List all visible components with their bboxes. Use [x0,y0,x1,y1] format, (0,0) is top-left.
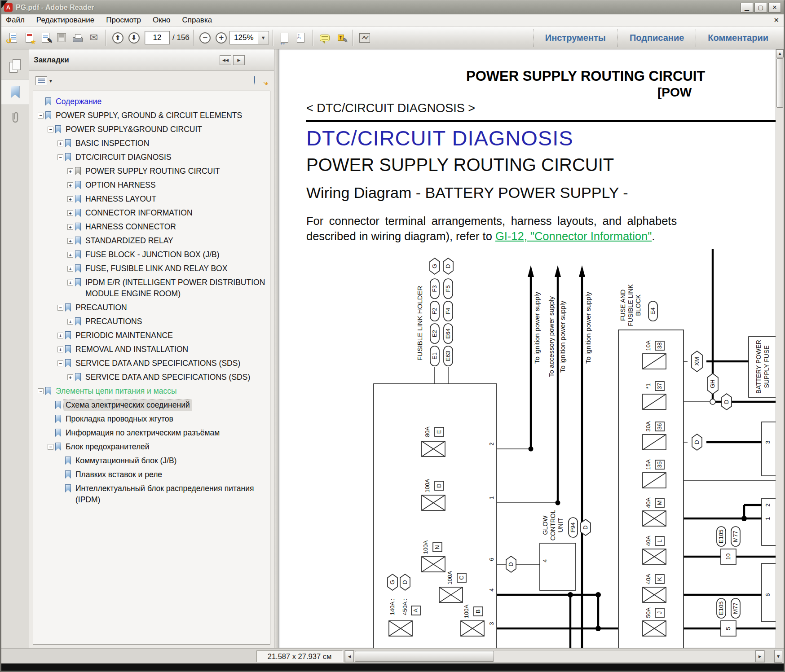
bookmark-expander[interactable]: + [57,347,63,352]
bookmark-item[interactable]: +FUSE, FUSIBLE LINK AND RELAY BOX [37,262,268,276]
bookmark-item[interactable]: −DTC/CIRCUIT DIAGNOSIS [37,150,268,164]
bookmark-label: SERVICE DATA AND SPECIFICATIONS (SDS) [84,372,252,383]
bookmark-expander[interactable]: + [67,280,73,285]
menu-view[interactable]: Просмотр [106,16,141,25]
next-page-button[interactable]: ⬇ [126,29,142,46]
close-button[interactable]: ✕ [768,3,781,13]
bookmark-item[interactable]: +PERIODIC MAINTENANCE [37,329,268,343]
expand-panel-button[interactable]: ▶ [233,55,245,65]
bookmark-expander[interactable]: + [57,333,63,338]
print-button[interactable] [70,29,86,46]
bookmark-expander[interactable]: − [57,154,63,160]
zoom-out-button[interactable]: − [197,29,213,46]
bookmark-item[interactable]: +IPDM E/R (INTELLIGENT POWER DISTRIBUTIO… [37,276,268,301]
create-pdf-button[interactable]: ★ [21,29,37,46]
tools-panel-button[interactable]: Инструменты [534,26,617,49]
bookmark-expander[interactable]: − [38,388,44,394]
bookmark-expander[interactable]: + [67,252,73,258]
zoom-dropdown-button[interactable]: ▼ [258,31,269,44]
bookmark-item[interactable]: +REMOVAL AND INSTALLATION [37,343,268,356]
bookmark-item[interactable]: −Блок предохранителей [37,440,268,454]
highlight-text-button[interactable]: T✎ [333,29,349,46]
zoom-level-input[interactable]: 125% [229,31,258,44]
scroll-right-button[interactable]: ▶ [755,650,764,662]
bookmark-expander[interactable]: + [67,210,73,216]
menu-help[interactable]: Справка [182,16,212,25]
collapse-panel-button[interactable]: ◀◀ [220,55,231,65]
bookmark-item[interactable]: −SERVICE DATA AND SPECIFICATIONS (SDS) [37,356,268,370]
menu-window[interactable]: Окно [153,16,171,25]
svg-text:D: D [723,400,730,404]
bookmark-expander[interactable]: + [67,266,73,272]
bookmark-expander[interactable]: − [38,113,44,119]
bookmark-options-button[interactable]: ▼ [35,76,53,85]
bookmark-item[interactable]: Прокладка проводных жгутов [37,412,268,426]
bookmark-expander[interactable]: − [57,360,63,366]
zoom-in-button[interactable]: + [213,29,229,46]
maximize-button[interactable]: ▢ [754,3,767,13]
bookmark-label: BASIC INSPECTION [74,138,151,149]
bookmark-expander[interactable]: + [67,182,73,188]
bookmark-expander[interactable]: + [67,196,73,202]
bookmark-expander[interactable]: + [57,141,63,146]
email-button[interactable]: ✉ [86,29,102,46]
page-thumbnails-tab[interactable] [1,53,29,79]
fullscreen-button[interactable]: ↗↙ [357,29,373,46]
bookmark-item[interactable]: +HARNESS LAYOUT [37,192,268,206]
bookmark-expander[interactable]: + [67,224,73,230]
bookmark-item[interactable]: +STANDARDIZED RELAY [37,234,268,248]
sign-panel-button[interactable]: Подписание [618,26,696,49]
scroll-up-button[interactable]: ▲ [776,49,784,57]
horizontal-scrollbar[interactable]: ◀ ▶ [344,650,765,663]
scroll-down-button[interactable]: ▼ [774,650,782,663]
bookmark-item[interactable]: +HARNESS CONNECTOR [37,220,268,234]
vertical-scroll-thumb[interactable] [776,58,783,108]
horizontal-scroll-thumb[interactable] [355,651,494,662]
menubar-close-icon[interactable]: ✕ [773,16,779,24]
go-to-bookmark-button[interactable]: ➜ [254,77,268,85]
scroll-left-button[interactable]: ◀ [345,650,354,662]
bookmark-item[interactable]: +OPTION HARNESS [37,178,268,192]
bookmark-expander[interactable]: − [57,305,63,311]
bookmark-item[interactable]: Схема электрических соединений [37,398,268,412]
open-document-button[interactable]: ↺ [5,29,21,46]
bookmark-item[interactable]: −PRECAUTION [37,301,268,315]
minimize-button[interactable]: ▁ [741,3,753,13]
bookmark-expander[interactable]: + [67,238,73,244]
bookmark-expander[interactable]: + [67,374,73,380]
panel-splitter[interactable] [274,49,278,648]
add-comment-button[interactable] [317,29,333,46]
bookmark-item[interactable]: +PRECAUTIONS [37,315,268,329]
sign-document-button[interactable]: ✎ [37,29,53,46]
attachments-tab[interactable] [1,105,29,131]
bookmark-item[interactable]: Плавких вставок и реле [37,468,268,482]
vertical-scrollbar[interactable]: ▲ [776,49,784,648]
connector-information-link[interactable]: GI-12, "Connector Information" [495,230,652,242]
bookmark-item[interactable]: Содержание [37,95,268,109]
bookmark-item[interactable]: −POWER SUPPLY, GROUND & CIRCUIT ELEMENTS [37,109,268,123]
bookmark-expander[interactable]: − [48,444,53,450]
save-button[interactable] [53,29,70,46]
bookmark-item[interactable]: +SERVICE DATA AND SPECIFICATIONS (SDS) [37,370,268,384]
svg-text:E105: E105 [718,602,724,615]
bookmark-item[interactable]: +BASIC INSPECTION [37,136,268,150]
bookmark-item[interactable]: −Элементы цепи питания и массы [37,384,268,398]
menu-edit[interactable]: Редактирование [36,16,95,25]
bookmark-item[interactable]: −POWER SUPPLY&GROUND CIRCUIT [37,123,268,136]
bookmark-expander[interactable]: + [67,319,73,325]
menu-file[interactable]: Файл [6,16,25,25]
previous-page-button[interactable]: ⬆ [110,29,126,46]
bookmark-item[interactable]: +POWER SUPPLY ROUTING CIRCUIT [37,164,268,178]
fit-width-button[interactable]: ↔ [277,29,293,46]
bookmark-item[interactable]: Интеллектуальный блок распределения пита… [37,482,268,507]
bookmark-item[interactable]: Информация по электрическим разъёмам [37,426,268,440]
bookmark-item[interactable]: +FUSE BLOCK - JUNCTION BOX (J/B) [37,248,268,262]
bookmark-item[interactable]: Коммутационный блок (J/B) [37,454,268,468]
bookmarks-tab[interactable] [1,79,29,105]
bookmark-expander[interactable]: + [67,168,73,174]
comments-panel-button[interactable]: Комментарии [696,26,780,49]
bookmark-item[interactable]: +CONNECTOR INFORMATION [37,206,268,220]
page-number-input[interactable]: 12 [145,31,170,44]
fit-page-button[interactable]: ↕↔ [293,29,309,46]
bookmark-expander[interactable]: − [48,127,53,132]
